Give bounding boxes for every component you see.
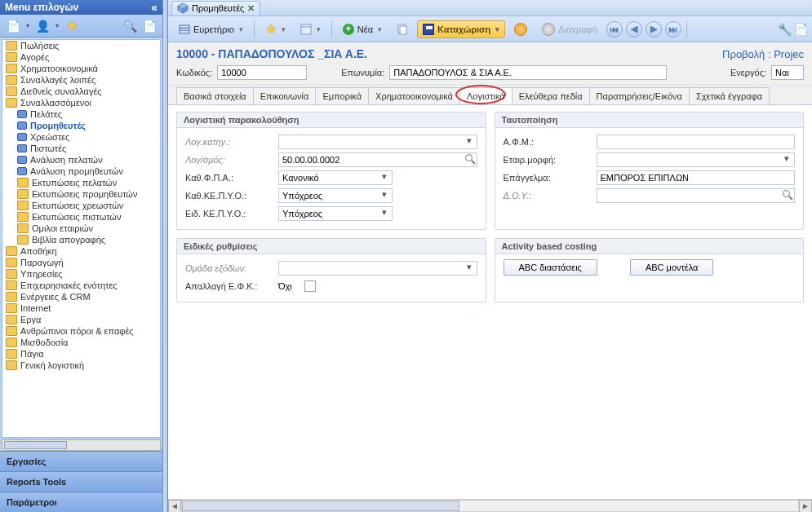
- copy-button[interactable]: [391, 20, 414, 38]
- document-tab[interactable]: Προμηθευτές ✕: [171, 1, 260, 15]
- tree-item[interactable]: Πελάτες: [2, 108, 160, 120]
- search-icon[interactable]: [782, 189, 793, 201]
- abc-models-button[interactable]: ABC μοντέλα: [630, 259, 714, 276]
- detail-tab[interactable]: Εμπορικά: [315, 87, 369, 104]
- save-icon: [423, 24, 434, 35]
- detail-tab[interactable]: Λογιστικά: [459, 87, 512, 104]
- detail-tab[interactable]: Ελεύθερα πεδία: [512, 87, 590, 104]
- tree-item[interactable]: Εκτυπώσεις χρεωστών: [2, 200, 160, 211]
- tree-item[interactable]: Πάγια: [2, 348, 160, 360]
- nav-first-button[interactable]: ⏮: [606, 21, 623, 38]
- name-input[interactable]: [389, 65, 667, 80]
- save-button[interactable]: Καταχώριση ▾: [417, 20, 505, 38]
- box-icon: [17, 167, 27, 175]
- tree-item[interactable]: Ενέργειες & CRM: [2, 291, 160, 302]
- close-tab-icon[interactable]: ✕: [247, 3, 255, 14]
- tree-item[interactable]: Ανάλυση πελατών: [2, 154, 160, 166]
- nav-prev-button[interactable]: ◀: [626, 21, 642, 38]
- tree-item[interactable]: Συναλλασσόμενοι: [2, 97, 160, 108]
- favorites-icon[interactable]: ★: [65, 20, 78, 33]
- tree-item[interactable]: Εργα: [2, 314, 160, 325]
- search-icon[interactable]: 🔍: [123, 20, 136, 33]
- dropdown-icon[interactable]: ▾: [463, 135, 476, 148]
- horizontal-scrollbar[interactable]: ◄ ►: [168, 499, 812, 512]
- tree-item[interactable]: Εκτυπώσεις πελατών: [2, 177, 160, 188]
- company-form-input[interactable]: [597, 152, 796, 167]
- tree-item[interactable]: Αγορές: [2, 51, 160, 63]
- search-icon[interactable]: [464, 153, 476, 165]
- scroll-left-icon[interactable]: ◄: [168, 500, 181, 512]
- detail-tab[interactable]: Βασικά στοιχεία: [176, 87, 254, 104]
- tree-item[interactable]: Παραγωγή: [2, 257, 160, 268]
- tree-item[interactable]: Βιβλία απογραφής: [2, 234, 160, 245]
- tree-item[interactable]: Χρηματοοικονομικά: [2, 63, 160, 74]
- tree-item[interactable]: Υπηρεσίες: [2, 268, 160, 280]
- account-input[interactable]: [278, 152, 477, 167]
- spkepyo-input[interactable]: [278, 206, 393, 221]
- dropdown-icon[interactable]: ▾: [26, 22, 29, 29]
- expense-group-input[interactable]: [278, 261, 477, 276]
- abc-dimensions-button[interactable]: ABC διαστάσεις: [504, 259, 597, 276]
- tree-item[interactable]: Διεθνείς συναλλαγές: [2, 86, 160, 97]
- tree-item[interactable]: Internet: [2, 302, 160, 314]
- menu-tree[interactable]: ΠωλήσειςΑγορέςΧρηματοοικονομικάΣυναλλαγέ…: [2, 39, 161, 438]
- tree-item[interactable]: Εκτυπώσεις προμηθευτών: [2, 188, 160, 200]
- tree-item[interactable]: Ανάλυση προμηθευτών: [2, 166, 160, 177]
- sidebar-panel-tasks[interactable]: Εργασίες: [0, 451, 162, 471]
- detail-tab[interactable]: Επικοινωνία: [253, 87, 317, 104]
- folder-icon: [6, 52, 17, 62]
- acc-category-input[interactable]: [278, 135, 477, 149]
- nav-last-button[interactable]: ⏭: [665, 21, 681, 38]
- tree-item[interactable]: Ανθρώπινοι πόροι & επαφές: [2, 325, 160, 337]
- index-button[interactable]: Ευρετήριο ▾: [173, 20, 249, 38]
- afm-input[interactable]: [597, 135, 796, 149]
- detail-tab[interactable]: Σχετικά έγγραφα: [689, 87, 770, 104]
- sidebar-panel-reports-tools[interactable]: Reports Tools: [0, 471, 162, 492]
- star-button[interactable]: ★▾: [260, 18, 291, 40]
- active-input[interactable]: [771, 65, 804, 80]
- tools-icon[interactable]: 🔧: [778, 23, 791, 36]
- scroll-right-icon[interactable]: ►: [799, 500, 812, 512]
- new-button[interactable]: + Νέα ▾: [337, 20, 388, 38]
- tree-item[interactable]: Συναλλαγές λοιπές: [2, 74, 160, 86]
- tree-item[interactable]: Ομιλοι εταιριών: [2, 223, 160, 234]
- splitter[interactable]: [163, 0, 168, 512]
- kepyo-input[interactable]: [278, 188, 393, 203]
- nav-next-button[interactable]: ▶: [646, 21, 662, 38]
- sidebar-panel-parameters[interactable]: Παράμετροι: [0, 492, 162, 512]
- detail-tab[interactable]: Παρατηρήσεις/Εικόνα: [589, 87, 690, 104]
- dropdown-icon[interactable]: ▾: [378, 171, 391, 184]
- document-icon[interactable]: 📄: [143, 20, 156, 33]
- user-icon[interactable]: 👤: [36, 20, 49, 33]
- tree-item[interactable]: Προμηθευτές: [2, 120, 160, 131]
- dropdown-icon[interactable]: ▾: [55, 22, 59, 29]
- code-input[interactable]: [217, 65, 307, 80]
- dropdown-icon[interactable]: ▾: [378, 207, 391, 220]
- dropdown-icon[interactable]: ▾: [463, 262, 476, 275]
- sheet-button[interactable]: ▾: [295, 20, 326, 38]
- delete-button[interactable]: Διαγραφή: [536, 20, 603, 39]
- dropdown-icon[interactable]: ▾: [780, 153, 793, 166]
- notepad-icon[interactable]: 📄: [7, 20, 20, 33]
- tree-item[interactable]: Μισθοδοσία: [2, 337, 160, 348]
- tree-item[interactable]: Αποθήκη: [2, 245, 160, 257]
- tree-item[interactable]: Επιχειρησιακές ενότητες: [2, 280, 160, 291]
- tree-item[interactable]: Πιστωτές: [2, 143, 160, 154]
- horizontal-scrollbar[interactable]: [2, 439, 161, 451]
- tree-item[interactable]: Εκτυπώσεις πιστωτών: [2, 211, 160, 223]
- profession-input[interactable]: [597, 170, 796, 185]
- efk-checkbox[interactable]: [304, 280, 316, 292]
- refresh-button[interactable]: [508, 20, 533, 39]
- tree-item[interactable]: Γενική λογιστική: [2, 360, 160, 371]
- doy-input[interactable]: [597, 188, 796, 203]
- detail-tab[interactable]: Χρηματοοικονομικά: [368, 87, 460, 104]
- sidebar-title-text: Menu επιλογών: [5, 2, 78, 13]
- tree-item[interactable]: Πωλήσεις: [2, 40, 160, 51]
- page-icon[interactable]: 📄: [794, 23, 807, 36]
- tree-item-label: Πάγια: [20, 349, 44, 359]
- vat-input[interactable]: [278, 170, 393, 185]
- dropdown-icon[interactable]: ▾: [378, 189, 391, 202]
- tree-item[interactable]: Χρεώστες: [2, 131, 160, 143]
- dropdown-icon: ▾: [282, 25, 286, 33]
- sidebar-collapse-icon[interactable]: «: [151, 1, 158, 14]
